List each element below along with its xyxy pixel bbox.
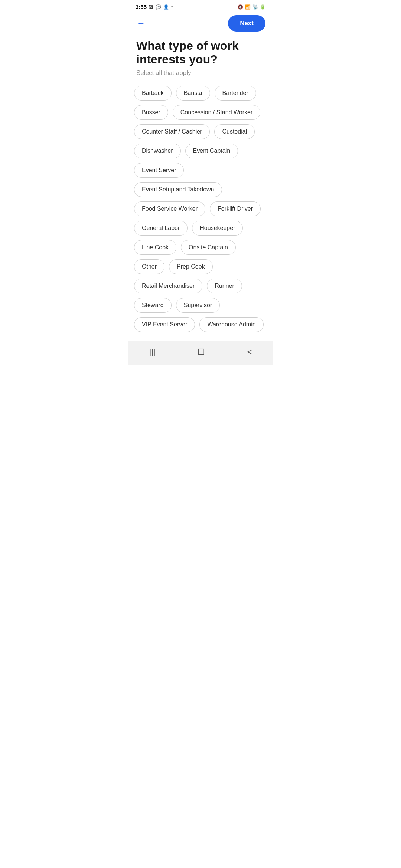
tag-barback[interactable]: Barback bbox=[134, 86, 172, 101]
bottom-nav-home-button[interactable]: ☐ bbox=[189, 346, 214, 358]
bottom-nav-menu-button[interactable]: ||| bbox=[140, 346, 164, 358]
nav-bar: ← Next bbox=[128, 12, 273, 36]
tag-runner[interactable]: Runner bbox=[207, 279, 242, 293]
tag-supervisor[interactable]: Supervisor bbox=[176, 298, 220, 313]
status-left: 3:55 🖼 💬 👤 • bbox=[136, 4, 173, 10]
tag-onsite-captain[interactable]: Onsite Captain bbox=[181, 240, 236, 255]
work-type-tags-container: BarbackBaristaBartenderBusserConcession … bbox=[128, 83, 273, 341]
status-bar: 3:55 🖼 💬 👤 • 🔇 📶 📡 🔋 bbox=[128, 0, 273, 12]
back-button[interactable]: ← bbox=[136, 17, 147, 30]
tag-food-service[interactable]: Food Service Worker bbox=[134, 201, 205, 216]
page-title: What type of work interests you? bbox=[128, 36, 273, 66]
signal-icon: 📡 bbox=[252, 4, 258, 10]
wifi-icon: 📶 bbox=[245, 4, 251, 10]
tag-steward[interactable]: Steward bbox=[134, 298, 172, 313]
tag-vip-server[interactable]: VIP Event Server bbox=[134, 317, 195, 332]
bottom-nav: ||| ☐ < bbox=[128, 341, 273, 365]
tag-forklift[interactable]: Forklift Driver bbox=[210, 201, 261, 216]
tag-housekeeper[interactable]: Housekeeper bbox=[192, 221, 243, 236]
tag-event-server[interactable]: Event Server bbox=[134, 163, 184, 178]
mute-icon: 🔇 bbox=[238, 4, 243, 10]
tag-dishwasher[interactable]: Dishwasher bbox=[134, 144, 181, 158]
tag-general-labor[interactable]: General Labor bbox=[134, 221, 188, 236]
image-icon: 🖼 bbox=[149, 4, 153, 10]
status-right-icons: 🔇 📶 📡 🔋 bbox=[238, 4, 265, 10]
tag-warehouse[interactable]: Warehouse Admin bbox=[199, 317, 263, 332]
tag-bartender[interactable]: Bartender bbox=[215, 86, 256, 101]
battery-icon: 🔋 bbox=[260, 4, 265, 10]
tag-event-setup[interactable]: Event Setup and Takedown bbox=[134, 182, 222, 197]
tag-retail[interactable]: Retail Merchandiser bbox=[134, 279, 202, 293]
tag-line-cook[interactable]: Line Cook bbox=[134, 240, 176, 255]
tag-barista[interactable]: Barista bbox=[176, 86, 210, 101]
bottom-nav-back-button[interactable]: < bbox=[238, 346, 261, 358]
next-button[interactable]: Next bbox=[228, 15, 265, 32]
dot-icon: • bbox=[171, 4, 173, 10]
status-time: 3:55 bbox=[136, 4, 147, 10]
tag-custodial[interactable]: Custodial bbox=[214, 124, 255, 139]
message-icon: 💬 bbox=[156, 4, 161, 10]
tag-counter-staff[interactable]: Counter Staff / Cashier bbox=[134, 124, 210, 139]
page-subtitle: Select all that apply bbox=[128, 66, 273, 83]
account-icon: 👤 bbox=[163, 4, 169, 10]
tag-event-captain[interactable]: Event Captain bbox=[185, 144, 238, 158]
tag-other[interactable]: Other bbox=[134, 259, 164, 274]
tag-busser[interactable]: Busser bbox=[134, 105, 168, 120]
tag-prep-cook[interactable]: Prep Cook bbox=[169, 259, 213, 274]
tag-concession[interactable]: Concession / Stand Worker bbox=[173, 105, 260, 120]
back-arrow-icon: ← bbox=[137, 19, 145, 28]
